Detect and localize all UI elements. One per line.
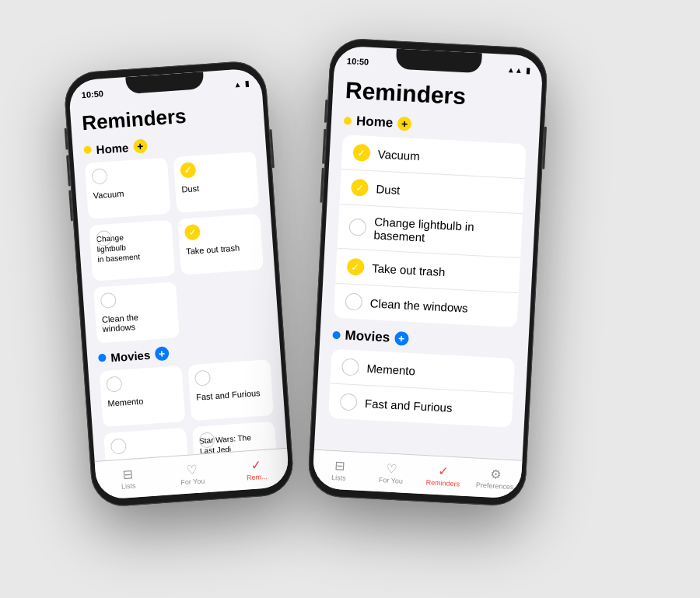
fast-furious-label-left: Fast and Furious <box>196 387 267 401</box>
phone-left-screen: 10:50 ▲ ▮ Reminders Home + Vacuum <box>68 68 289 500</box>
home-title-left: Home <box>96 140 129 156</box>
home-dot-left <box>83 145 92 154</box>
trash-check-left[interactable]: ✓ <box>184 223 201 240</box>
lists-icon-right: ⊟ <box>334 457 345 473</box>
app-title-right: Reminders <box>345 77 529 113</box>
status-icons-left: ▲ ▮ <box>233 79 250 88</box>
fast-furious-text-right: Fast and Furious <box>365 396 453 414</box>
tab-lists-left[interactable]: ⊟ Lists <box>95 463 161 491</box>
trash-label-left: Take out trash <box>186 241 257 255</box>
grid-item-change-lightbulb: Changelightbulbin basement <box>89 219 175 281</box>
wifi-icon-left: ▲ <box>233 79 242 89</box>
fast-furious-check-right[interactable] <box>340 393 358 411</box>
tab-reminders-right[interactable]: ✓ Reminders <box>417 462 470 488</box>
time-right: 10:50 <box>347 56 369 66</box>
memento-check-right[interactable] <box>341 358 359 376</box>
screen-content-left: Reminders Home + Vacuum ✓ Dust <box>70 92 287 460</box>
notch-right <box>396 48 482 73</box>
tab-for-you-left[interactable]: ♡ For You <box>159 460 226 488</box>
memento-check-left[interactable] <box>106 376 122 392</box>
movies-add-btn-right[interactable]: + <box>394 330 409 345</box>
reminders-label-left: Rem... <box>247 472 268 481</box>
movies-section-header-right: Movies + <box>332 327 516 351</box>
reminders-icon-right: ✓ <box>438 463 449 478</box>
wifi-icon-right: ▲▲ <box>507 65 523 74</box>
fast-furious-check-left[interactable] <box>194 369 211 386</box>
preferences-label-right: Preferences <box>476 481 514 491</box>
phone-left: 10:50 ▲ ▮ Reminders Home + Vacuum <box>63 59 295 508</box>
lists-label-right: Lists <box>331 473 346 481</box>
movies-title-right: Movies <box>345 327 390 345</box>
memento-label-left: Memento <box>107 393 178 407</box>
movies-title-left: Movies <box>110 348 151 364</box>
movies-grid-left: Memento Fast and Furious Drive Star Wars… <box>100 359 278 461</box>
dust-text-right: Dust <box>376 181 401 196</box>
home-title-right: Home <box>356 113 394 130</box>
dust-check-right[interactable]: ✓ <box>351 178 369 196</box>
dust-check-left[interactable]: ✓ <box>180 162 196 178</box>
grid-item-memento: Memento <box>100 365 186 427</box>
movies-dot-left <box>98 353 107 362</box>
lists-icon-left: ⊟ <box>122 466 133 481</box>
home-add-btn-left[interactable]: + <box>133 138 148 153</box>
reminders-label-right: Reminders <box>425 477 460 487</box>
preferences-icon-right: ⚙ <box>490 466 502 481</box>
vacuum-check-right[interactable]: ✓ <box>352 143 370 161</box>
grid-item-clean-windows: Clean the windows <box>93 282 180 343</box>
trash-check-right[interactable]: ✓ <box>347 257 365 275</box>
grid-item-fast-furious: Fast and Furious <box>187 359 274 421</box>
vacuum-text-right: Vacuum <box>377 146 420 162</box>
for-you-icon-left: ♡ <box>186 461 198 477</box>
lightbulb-text-right: Change lightbulb in basement <box>373 215 512 248</box>
dust-label-left: Dust <box>181 180 252 194</box>
for-you-label-left: For You <box>180 476 205 485</box>
home-list-right: ✓ Vacuum ✓ Dust Change lightbulb in base… <box>334 135 527 327</box>
vacuum-label-left: Vacuum <box>93 186 163 200</box>
phone-right-screen: 10:50 ▲▲ ▮ Reminders Home + ✓ Vacuum <box>312 45 543 498</box>
home-section-header-right: Home + <box>344 113 528 138</box>
lightbulb-check-right[interactable] <box>348 218 366 236</box>
windows-check-left[interactable] <box>100 292 117 308</box>
for-you-icon-right: ♡ <box>386 460 397 476</box>
tab-preferences-right[interactable]: ⚙ Preferences <box>469 464 522 490</box>
phones-container: 10:50 ▲ ▮ Reminders Home + Vacuum <box>78 19 622 579</box>
drive-check-left[interactable] <box>110 438 127 454</box>
lists-label-left: Lists <box>121 481 136 490</box>
grid-item-dust: ✓ Dust <box>173 151 260 212</box>
windows-label-left: Clean the windows <box>102 309 173 333</box>
movies-add-btn-left[interactable]: + <box>154 346 169 361</box>
tab-reminders-left[interactable]: ✓ Rem... <box>223 455 289 483</box>
tab-lists-right[interactable]: ⊟ Lists <box>313 456 366 482</box>
home-add-btn-right[interactable]: + <box>397 116 412 131</box>
movies-list-right: Memento Fast and Furious <box>328 348 515 427</box>
grid-item-vacuum: Vacuum <box>85 157 171 219</box>
reminders-icon-left: ✓ <box>250 456 261 472</box>
app-title-left: Reminders <box>81 99 254 135</box>
battery-icon-right: ▮ <box>525 65 530 74</box>
phone-right: 10:50 ▲▲ ▮ Reminders Home + ✓ Vacuum <box>307 37 548 507</box>
screen-content-right: Reminders Home + ✓ Vacuum ✓ Dust <box>314 70 542 460</box>
movies-dot-right <box>332 330 341 339</box>
vacuum-check-left[interactable] <box>91 168 107 184</box>
home-dot-right <box>344 117 352 125</box>
grid-item-take-trash: ✓ Take out trash <box>177 213 264 275</box>
tab-for-you-right[interactable]: ♡ For You <box>365 459 418 484</box>
battery-icon-left: ▮ <box>244 79 250 87</box>
time-left: 10:50 <box>81 89 103 100</box>
memento-text-right: Memento <box>366 361 415 376</box>
trash-text-right: Take out trash <box>372 261 446 278</box>
status-icons-right: ▲▲ ▮ <box>507 65 530 75</box>
windows-text-right: Clean the windows <box>369 296 468 314</box>
for-you-label-right: For You <box>379 475 404 484</box>
home-grid-left: Vacuum ✓ Dust Changelightbulbin basement… <box>85 151 268 343</box>
windows-check-right[interactable] <box>345 292 362 310</box>
